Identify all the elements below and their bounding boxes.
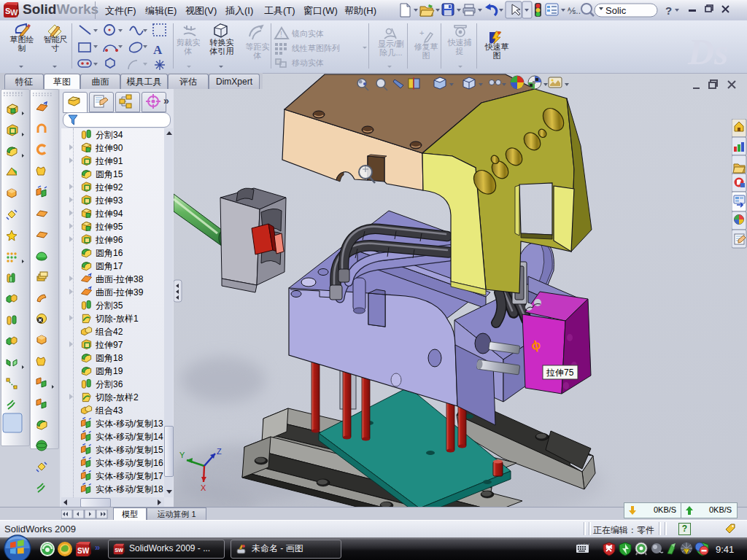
svg-text:Ds: Ds	[687, 31, 729, 72]
svg-text:キーボード: キーボード	[578, 543, 589, 546]
svg-text:SW: SW	[115, 547, 123, 553]
svg-text:X: X	[201, 483, 206, 492]
svg-text:A: A	[153, 43, 163, 57]
svg-text:Y: Y	[179, 451, 185, 459]
svg-text:!: !	[280, 31, 282, 39]
svg-text:!: !	[686, 549, 686, 553]
svg-text:SW: SW	[77, 547, 90, 555]
svg-text:+: +	[419, 28, 424, 37]
svg-text:W: W	[10, 8, 18, 17]
svg-text:Solic: Solic	[605, 5, 627, 16]
svg-text:»: »	[95, 542, 100, 553]
svg-text:Z: Z	[217, 447, 222, 456]
svg-text:?: ?	[665, 4, 672, 17]
svg-text:⅍..: ⅍..	[568, 6, 581, 16]
svg-text:拉伸75: 拉伸75	[546, 368, 574, 378]
